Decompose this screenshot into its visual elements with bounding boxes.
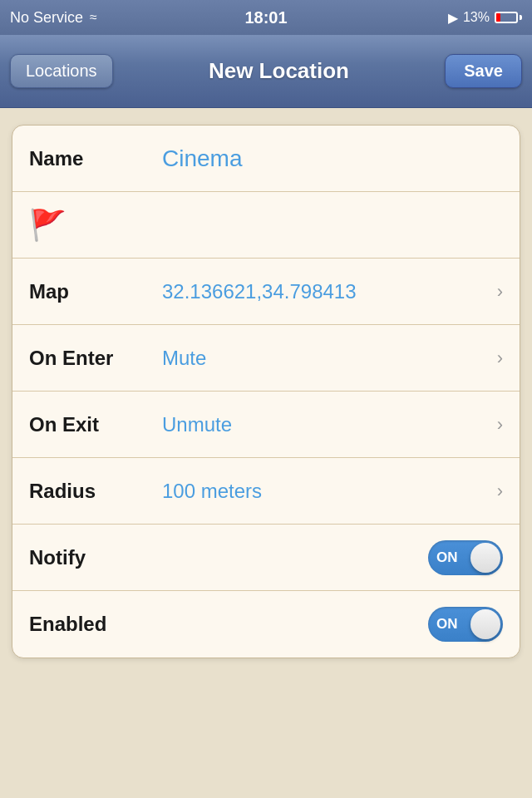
on-enter-label: On Enter [29, 347, 162, 370]
enabled-label: Enabled [29, 613, 162, 636]
map-row[interactable]: Map 32.136621,34.798413 › [12, 259, 520, 325]
enabled-toggle-label: ON [436, 616, 458, 633]
wifi-icon: ≈ [90, 10, 97, 25]
content: Name Cinema 🚩 Map 32.136621,34.798413 › … [0, 108, 532, 675]
icon-row[interactable]: 🚩 [12, 192, 520, 259]
enabled-row: Enabled ON [12, 591, 520, 658]
on-enter-row[interactable]: On Enter Mute › [12, 325, 520, 392]
name-value[interactable]: Cinema [162, 145, 503, 172]
carrier-text: No Service [10, 9, 83, 27]
radius-value: 100 meters [162, 480, 497, 503]
radius-label: Radius [29, 480, 162, 503]
notify-label: Notify [29, 546, 162, 569]
notify-row: Notify ON [12, 525, 520, 591]
status-left: No Service ≈ [10, 9, 97, 27]
name-row[interactable]: Name Cinema [12, 126, 520, 192]
map-value: 32.136621,34.798413 [162, 280, 497, 303]
location-flag-icon: 🚩 [29, 208, 66, 243]
location-icon: ▶ [448, 10, 458, 26]
radius-chevron-icon: › [497, 480, 503, 502]
status-time: 18:01 [244, 8, 287, 27]
map-chevron-icon: › [497, 281, 503, 303]
status-bar: No Service ≈ 18:01 ▶ 13% [0, 0, 532, 35]
radius-row[interactable]: Radius 100 meters › [12, 458, 520, 525]
status-right: ▶ 13% [448, 10, 522, 26]
notify-toggle-thumb [470, 543, 500, 573]
on-exit-chevron-icon: › [497, 414, 503, 436]
notify-toggle[interactable]: ON [428, 540, 503, 575]
notify-toggle-label: ON [436, 549, 458, 566]
enabled-toggle[interactable]: ON [428, 607, 503, 642]
on-enter-chevron-icon: › [497, 347, 503, 369]
nav-bar: Locations New Location Save [0, 35, 532, 108]
page-title: New Location [209, 58, 349, 84]
on-exit-value: Unmute [162, 413, 497, 436]
form-container: Name Cinema 🚩 Map 32.136621,34.798413 › … [12, 125, 520, 658]
map-label: Map [29, 280, 162, 303]
back-button[interactable]: Locations [10, 54, 113, 88]
battery-percent: 13% [463, 10, 490, 25]
on-enter-value: Mute [162, 347, 497, 370]
name-label: Name [29, 147, 162, 170]
on-exit-row[interactable]: On Exit Unmute › [12, 392, 520, 458]
save-button[interactable]: Save [445, 54, 522, 88]
on-exit-label: On Exit [29, 413, 162, 436]
battery-icon [495, 12, 522, 23]
enabled-toggle-thumb [470, 609, 500, 639]
